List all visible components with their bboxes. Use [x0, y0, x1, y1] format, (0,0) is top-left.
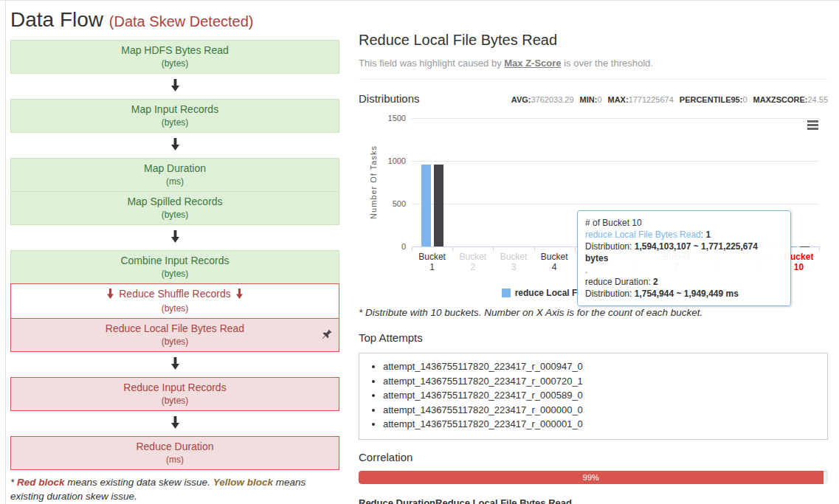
flow-block-map-input-records[interactable]: Map Input Records(bytes) — [10, 99, 339, 133]
stat-avg-: AVG:3762033.29 — [511, 95, 574, 104]
data-flow-page: Data Flow (Data Skew Detected) Map HDFS … — [0, 1, 839, 504]
y-axis-tick-label: 0 — [375, 242, 406, 251]
stat-maxzscore-: MAXZSCORE:24.55 — [753, 95, 828, 104]
y-axis-tick-label: 1500 — [375, 114, 406, 122]
flow-block-label: Combine Input Records — [30, 253, 320, 268]
chart-tooltip: # of Bucket 10reduce Local File Bytes Re… — [577, 210, 791, 306]
stat-value: 3762033.29 — [531, 95, 573, 104]
stat-label: MIN: — [580, 95, 598, 104]
skew-detected-label: (Data Skew Detected) — [109, 13, 254, 30]
divider — [359, 79, 828, 80]
flow-arrow — [10, 225, 339, 250]
page-title: Data Flow (Data Skew Detected) — [10, 8, 339, 32]
flow-block-reduce-shuffle-records[interactable]: Reduce Shuffle Records(bytes) — [10, 283, 339, 319]
x-axis-tick — [452, 247, 453, 251]
metric-title: Reduce Local File Bytes Read — [359, 32, 828, 49]
flow-block-combine-input-records[interactable]: Combine Input Records(bytes) — [10, 250, 339, 284]
data-flow-panel: Data Flow (Data Skew Detected) Map HDFS … — [10, 1, 339, 504]
flow-block-unit: (bytes) — [30, 117, 320, 128]
stat-label: MAX: — [608, 95, 629, 104]
correlation-heading: Correlation — [359, 451, 828, 463]
tooltip-series-count: reduce Local File Bytes Read: 1 — [585, 229, 783, 241]
metric-detail-panel: Reduce Local File Bytes Read This field … — [359, 1, 828, 504]
x-axis-label: Bucket2 — [452, 252, 494, 272]
flow-block-label: Map HDFS Bytes Read — [30, 43, 320, 58]
attempt-item: attempt_1436755117820_223417_r_000001_0 — [383, 417, 820, 432]
flow-block-unit: (bytes) — [30, 395, 320, 407]
flow-block-unit: (bytes) — [30, 58, 320, 69]
x-axis-tick — [534, 247, 535, 251]
stat-value: 24.55 — [807, 95, 828, 104]
flow-block-label: Reduce Duration — [30, 439, 320, 454]
footnote-segment: * — [10, 477, 17, 488]
stat-label: MAXZSCORE: — [753, 95, 808, 104]
chart-bar-reduce-local-file-bytes-read[interactable] — [421, 165, 431, 246]
x-axis-tick — [575, 247, 576, 251]
flow-diagram: Map HDFS Bytes Read(bytes)Map Input Reco… — [10, 40, 339, 470]
footnote-segment: means existing data skew issue. — [65, 477, 213, 488]
flow-block-label: Reduce Input Records — [30, 380, 320, 395]
down-arrow-icon — [170, 138, 180, 153]
y-axis-title: Number Of Tasks — [369, 145, 378, 219]
flow-arrow — [10, 352, 339, 377]
flow-block-label: Map Duration — [30, 161, 320, 176]
down-arrow-icon — [170, 79, 180, 94]
bucket-note: * Distribute with 10 buckets. Number on … — [359, 307, 828, 318]
distributions-header: Distributions AVG:3762033.29MIN:0MAX:177… — [359, 92, 828, 105]
flow-block-label: Map Input Records — [30, 102, 320, 117]
flow-block-unit: (bytes) — [30, 209, 320, 221]
distribution-chart: 050010001500Number Of TasksBucket1Bucket… — [359, 112, 828, 285]
stat-value: 0 — [597, 95, 601, 104]
x-axis-tick — [493, 247, 494, 251]
top-attempts-list: attempt_1436755117820_223417_r_000947_0a… — [367, 359, 820, 432]
flow-block-map-spilled-records[interactable]: Map Spilled Records(bytes) — [10, 191, 339, 225]
chart-grid-line — [412, 204, 819, 204]
top-attempts-box: attempt_1436755117820_223417_r_000947_0a… — [359, 353, 828, 440]
flow-block-unit: (bytes) — [30, 268, 320, 280]
flow-block-label: Map Spilled Records — [30, 194, 320, 209]
distribution-stats: AVG:3762033.29MIN:0MAX:1771225674PERCENT… — [505, 95, 828, 104]
chart-bar-reduce-duration[interactable] — [434, 165, 443, 246]
y-axis-tick-label: 500 — [375, 199, 406, 208]
flow-block-unit: (bytes) — [30, 303, 320, 314]
pushpin-icon[interactable] — [318, 327, 335, 344]
flow-arrow — [10, 74, 339, 99]
attempt-item: attempt_1436755117820_223417_r_000947_0 — [383, 359, 820, 374]
flow-legend-footnote: * Red block means existing data skew iss… — [10, 475, 339, 503]
tooltip-title: # of Bucket 10 — [585, 217, 783, 229]
page-left-border — [5, 1, 6, 504]
attempt-item: attempt_1436755117820_223417_r_000000_0 — [383, 403, 820, 418]
flow-block-reduce-duration[interactable]: Reduce Duration(ms) — [10, 436, 339, 470]
distributions-heading: Distributions — [359, 92, 420, 105]
footnote-segment: Red block — [17, 477, 65, 488]
metric-subtitle: This field was highlight caused by Max Z… — [359, 58, 828, 69]
flow-arrow — [10, 411, 339, 436]
stat-value: 1771225674 — [629, 95, 674, 104]
x-axis-label: Bucket1 — [412, 252, 453, 272]
flow-block-unit: (ms) — [30, 176, 320, 187]
chart-grid-line — [412, 161, 819, 162]
chart-menu-icon[interactable] — [807, 120, 818, 131]
tooltip-series-name: reduce Duration — [585, 277, 648, 287]
max-zscore-link[interactable]: Max Z-Score — [504, 58, 561, 69]
stat-value: 0 — [742, 95, 747, 104]
down-arrow-icon — [235, 289, 244, 301]
tooltip-series-name: reduce Local File Bytes Read — [585, 229, 701, 240]
down-arrow-icon — [106, 289, 114, 301]
flow-block-label: Reduce Local File Bytes Read — [30, 321, 320, 336]
flow-block-map-duration[interactable]: Map Duration(ms) — [10, 158, 339, 192]
correlation-caption: Reduce DurationReduce Local File Bytes R… — [359, 497, 828, 504]
flow-block-reduce-local-file-bytes-read[interactable]: Reduce Local File Bytes Read(bytes) — [10, 318, 339, 352]
page-title-text: Data Flow — [10, 8, 103, 31]
flow-block-reduce-input-records[interactable]: Reduce Input Records(bytes) — [10, 377, 339, 411]
x-axis-label: Bucket4 — [534, 252, 575, 272]
attempt-item: attempt_1436755117820_223417_r_000589_0 — [383, 388, 820, 403]
flow-block-unit: (ms) — [30, 454, 320, 466]
flow-block-map-hdfs-bytes-read[interactable]: Map HDFS Bytes Read(bytes) — [10, 40, 339, 74]
down-arrow-icon — [170, 230, 180, 246]
legend-swatch — [502, 289, 511, 297]
stat-percentile95-: PERCENTILE95:0 — [680, 95, 747, 104]
footnote-segment: Yellow block — [213, 477, 273, 488]
y-axis-tick-label: 1000 — [375, 156, 406, 165]
down-arrow-icon — [170, 357, 180, 373]
